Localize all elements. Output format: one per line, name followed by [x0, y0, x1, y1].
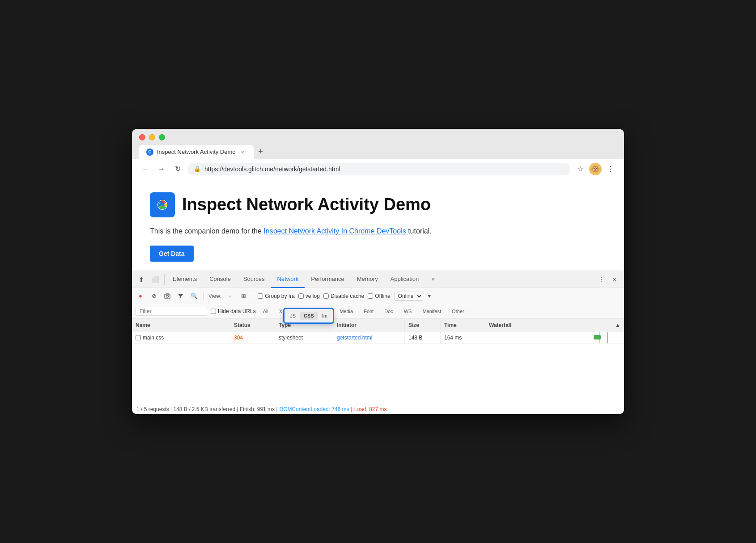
toolbar-divider [204, 292, 204, 300]
sort-icon: ▲ [615, 322, 620, 328]
bookmark-button[interactable]: ☆ [574, 163, 586, 175]
filter-type-popup: JS CSS Im [283, 308, 334, 324]
network-panel: ● ⊘ 🔍 View: ≡ ⊞ Group by fra [132, 288, 624, 414]
profile-avatar[interactable]: 🐵 [589, 163, 602, 175]
close-button[interactable] [139, 134, 145, 140]
tab-memory[interactable]: Memory [351, 271, 384, 288]
clear-button[interactable]: ⊘ [149, 291, 159, 301]
reload-button[interactable]: ↻ [171, 163, 184, 175]
tab-title: Inspect Network Activity Demo [157, 148, 236, 155]
tab-elements-label: Elements [173, 276, 197, 282]
tab-application-label: Application [391, 276, 419, 282]
camera-icon [164, 293, 170, 299]
page-heading: Inspect Network Activity Demo [182, 195, 431, 214]
record-button[interactable]: ● [136, 291, 145, 301]
filter-input[interactable] [136, 307, 207, 316]
hide-data-urls-checkbox[interactable] [211, 309, 216, 314]
dom-content-loaded: DOMContentLoaded: 746 ms [280, 406, 349, 412]
toolbar-divider-2 [253, 292, 253, 300]
tab-sources[interactable]: Sources [237, 271, 271, 288]
popup-filter-js[interactable]: JS [286, 312, 299, 320]
tab-more-label: » [431, 276, 434, 282]
network-table: Name Status Type Initiator Size Time Wat… [132, 318, 624, 404]
hide-data-urls: Hide data URLs [211, 308, 256, 314]
get-data-button[interactable]: Get Data [150, 246, 194, 262]
group-by-frame-label: Group by fra [265, 293, 295, 299]
popup-filter-img[interactable]: Im [319, 312, 331, 320]
back-button[interactable]: ← [139, 163, 152, 175]
camera-button[interactable] [162, 291, 172, 301]
tab-console-label: Console [209, 276, 231, 282]
address-bar-actions: ☆ 🐵 ⋮ [574, 163, 617, 175]
tab-performance[interactable]: Performance [305, 271, 350, 288]
network-toolbar: ● ⊘ 🔍 View: ≡ ⊞ Group by fra [132, 288, 624, 304]
devtools-panel: ⬆ ⬜ Elements Console Sources Network Per… [132, 271, 624, 414]
devtools-more-icon[interactable]: ⋮ [595, 274, 607, 285]
filter-button[interactable] [176, 291, 186, 301]
row-status: 304 [230, 332, 275, 343]
filter-bar: Hide data URLs All XHR JS CSS Im Media F… [132, 304, 624, 318]
description-before: This is the companion demo for the [150, 227, 263, 235]
svg-rect-2 [165, 294, 170, 298]
tab-performance-label: Performance [311, 276, 344, 282]
devtools-close-icon[interactable]: × [609, 274, 620, 285]
svg-marker-4 [178, 294, 183, 299]
group-by-frame-checkbox[interactable] [258, 293, 263, 299]
initiator-link[interactable]: getstarted.html [337, 335, 372, 341]
col-header-name[interactable]: Name [132, 320, 230, 330]
tab-more[interactable]: » [425, 271, 441, 288]
chrome-logo-svg [154, 197, 170, 213]
popup-filter-css[interactable]: CSS [300, 312, 318, 320]
page-title-row: Inspect Network Activity Demo [150, 192, 606, 217]
disable-cache-checkbox[interactable] [323, 293, 329, 299]
tab-console[interactable]: Console [203, 271, 237, 288]
tab-sources-label: Sources [243, 276, 265, 282]
device-icon[interactable]: ⬜ [149, 274, 161, 285]
filter-media[interactable]: Media [336, 308, 357, 314]
tab-application[interactable]: Application [384, 271, 425, 288]
preserve-log-label: ve log [306, 293, 320, 299]
preserve-log-checkbox[interactable] [298, 293, 304, 299]
row-initiator[interactable]: getstarted.html [333, 332, 405, 343]
url-text: https://devtools.glitch.me/network/getst… [204, 165, 340, 173]
filter-ws[interactable]: WS [400, 308, 416, 314]
filter-manifest[interactable]: Manifest [419, 308, 445, 314]
tab-network[interactable]: Network [271, 271, 305, 288]
col-header-waterfall[interactable]: Waterfall ▲ [485, 320, 624, 330]
col-header-initiator[interactable]: Initiator [333, 320, 405, 330]
filter-icon [178, 293, 184, 299]
throttle-select[interactable]: Online [394, 292, 423, 301]
forward-button[interactable]: → [155, 163, 168, 175]
col-header-time: Time [441, 320, 485, 330]
filter-other[interactable]: Other [448, 308, 468, 314]
tab-elements[interactable]: Elements [166, 271, 203, 288]
offline-checkbox[interactable] [368, 293, 373, 299]
more-button[interactable]: ⋮ [604, 163, 617, 175]
new-tab-button[interactable]: + [255, 146, 267, 158]
filter-all[interactable]: All [259, 308, 272, 314]
col-header-size: Size [405, 320, 441, 330]
browser-tab[interactable]: C Inspect Network Activity Demo × [139, 145, 254, 159]
col-header-status[interactable]: Status [230, 320, 275, 330]
svg-point-3 [166, 295, 169, 297]
description-link[interactable]: Inspect Network Activity In Chrome DevTo… [263, 227, 408, 235]
list-view-button[interactable]: ≡ [225, 291, 235, 301]
filter-doc[interactable]: Doc [381, 308, 397, 314]
waterfall-red-line [607, 332, 608, 343]
minimize-button[interactable] [149, 134, 155, 140]
table-header: Name Status Type Initiator Size Time Wat… [132, 318, 624, 332]
filter-font[interactable]: Font [360, 308, 377, 314]
offline-toggle: Offline [368, 293, 390, 299]
maximize-button[interactable] [159, 134, 165, 140]
tab-close-button[interactable]: × [239, 148, 246, 156]
cursor-icon[interactable]: ⬆ [136, 274, 147, 285]
waterfall-label: Waterfall [489, 322, 511, 328]
disable-cache: Disable cache [323, 293, 364, 299]
tree-view-button[interactable]: ⊞ [238, 291, 248, 301]
url-bar[interactable]: 🔒 https://devtools.glitch.me/network/get… [187, 163, 570, 175]
search-button[interactable]: 🔍 [189, 291, 199, 301]
traffic-lights [139, 134, 617, 140]
url-path: /network/getstarted.html [273, 165, 340, 173]
table-row[interactable]: main.css 304 stylesheet getstarted.html … [132, 332, 624, 344]
row-checkbox[interactable] [136, 335, 141, 340]
